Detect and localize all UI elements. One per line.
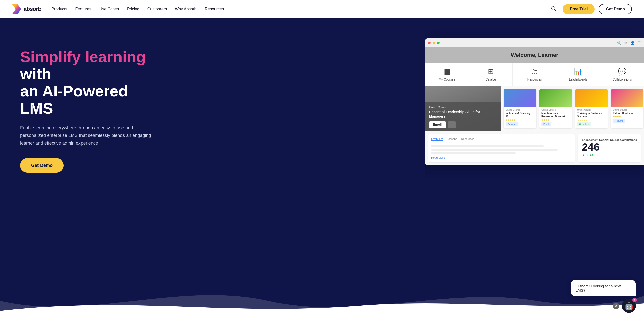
mockup-user-icon: 👤 — [630, 41, 635, 45]
mockup-course-section: Online Course Essential Leadership Skill… — [425, 86, 644, 131]
course-stars-1: ★★★★ — [541, 119, 570, 121]
nav-products[interactable]: Products — [51, 7, 67, 11]
mockup-bottom: Overview Lessons Resources Read More Eng… — [425, 131, 644, 165]
course-name-0: Inclusion & Diversity 101 — [506, 112, 534, 118]
resources-icon: 🗂 — [531, 67, 538, 76]
hero-title-white: withan AI-Powered LMS — [20, 65, 128, 117]
mockup-nav-icons: ▦ My Courses ⊞ Catalog 🗂 Resources 📊 Lea… — [425, 63, 644, 86]
featured-course-overlay: Online Course Essential Leadership Skill… — [425, 102, 501, 131]
course-name-1: Mindfulness & Preventing Burnout — [541, 112, 570, 118]
search-button[interactable] — [549, 4, 559, 14]
course-type-2: Online Course — [577, 109, 606, 111]
course-enroll-row: Enroll ⋯ — [429, 121, 497, 128]
overview-lines — [431, 145, 572, 154]
mockup-search-icon: 🔍 — [617, 41, 621, 45]
tab-overview[interactable]: Overview — [431, 137, 443, 141]
nav-right: Free Trial Get Demo — [549, 4, 632, 14]
mockup-browser: 🔍 ✉ 👤 ☰ Welcome, Learner ▦ My Courses ⊞ — [425, 38, 644, 165]
my-courses-icon: ▦ — [444, 67, 450, 76]
chat-bot-row: × 🤖 1 — [613, 299, 636, 313]
dot-red — [428, 42, 431, 44]
course-card-0: Online Course Inclusion & Diversity 101 … — [504, 89, 536, 128]
course-action-3[interactable]: Resume — [613, 119, 625, 123]
engagement-number: 246 — [582, 142, 637, 152]
hero-section: Simplify learning withan AI-Powered LMS … — [0, 0, 644, 321]
chatbot: Hi there! Looking for a new LMS? × 🤖 1 — [571, 280, 636, 313]
course-card-1: Online Course Mindfulness & Preventing B… — [539, 89, 572, 128]
overview-line-1 — [431, 145, 544, 147]
leaderboards-icon: 📊 — [574, 67, 583, 76]
nav-icon-leaderboards[interactable]: 📊 Leaderboards — [556, 63, 600, 86]
course-name-2: Thriving in Customer Success — [577, 112, 606, 118]
dot-yellow — [433, 42, 435, 44]
engagement-change: ▲ 36.4% — [582, 153, 637, 157]
dashboard-mockup: 🔍 ✉ 👤 ☰ Welcome, Learner ▦ My Courses ⊞ — [425, 18, 644, 321]
course-img-0 — [504, 89, 536, 107]
welcome-banner: Welcome, Learner — [425, 47, 644, 63]
featured-course-type: Online Course — [429, 106, 497, 109]
bot-icon: 🤖 — [625, 302, 633, 310]
overview-tabs: Overview Lessons Resources — [431, 137, 572, 143]
course-action-2[interactable]: Complete — [577, 122, 591, 126]
bot-badge: 1 — [632, 298, 637, 302]
course-img-3 — [611, 89, 643, 107]
course-type-0: Online Course — [506, 109, 534, 111]
course-action-0[interactable]: Resume — [506, 122, 518, 126]
logo-icon — [12, 4, 21, 14]
mockup-mail-icon: ✉ — [624, 41, 627, 45]
logo[interactable]: absorb — [12, 4, 41, 14]
hero-title-pink: Simplify learning — [20, 48, 146, 65]
more-button[interactable]: ⋯ — [448, 121, 456, 128]
get-demo-nav-button[interactable]: Get Demo — [599, 4, 632, 14]
course-img-2 — [575, 89, 608, 107]
nav-resources[interactable]: Resources — [205, 7, 224, 11]
course-card-3: Online Course Python Bootcamp ★★★★ Resum… — [611, 89, 643, 128]
chat-bubble: Hi there! Looking for a new LMS? — [571, 280, 636, 296]
overview-line-3 — [431, 152, 516, 154]
hero-subtitle: Enable learning everywhere through an ea… — [20, 124, 156, 147]
course-card-2: Online Course Thriving in Customer Succe… — [575, 89, 608, 128]
hero-wave — [0, 281, 644, 321]
nav-customers[interactable]: Customers — [147, 7, 167, 11]
free-trial-button[interactable]: Free Trial — [563, 4, 595, 14]
nav-why-absorb[interactable]: Why Absorb — [175, 7, 196, 11]
mockup-topbar: 🔍 ✉ 👤 ☰ — [425, 38, 644, 47]
get-demo-hero-button[interactable]: Get Demo — [20, 158, 64, 173]
tab-resources[interactable]: Resources — [461, 137, 474, 141]
nav-icon-catalog[interactable]: ⊞ Catalog — [469, 63, 513, 86]
nav-use-cases[interactable]: Use Cases — [99, 7, 119, 11]
nav-links: Products Features Use Cases Pricing Cust… — [51, 7, 224, 11]
nav-pricing[interactable]: Pricing — [127, 7, 139, 11]
course-name-3: Python Bootcamp — [613, 112, 641, 115]
nav-icon-collaborations[interactable]: 💬 Collaborations — [600, 63, 644, 86]
svg-line-1 — [555, 10, 556, 11]
course-type-1: Online Course — [541, 109, 570, 111]
course-list-scroll: Online Course Inclusion & Diversity 101 … — [501, 86, 644, 131]
course-type-3: Online Course — [613, 109, 641, 111]
course-stars-0: ★★★★★ — [506, 119, 534, 121]
course-img-1 — [539, 89, 572, 107]
read-more-link[interactable]: Read More — [431, 156, 572, 159]
featured-course: Online Course Essential Leadership Skill… — [425, 86, 501, 131]
overview-card: Overview Lessons Resources Read More — [428, 134, 575, 162]
bot-avatar[interactable]: 🤖 1 — [622, 299, 636, 313]
close-chat-button[interactable]: × — [613, 303, 619, 309]
collaborations-icon: 💬 — [618, 67, 627, 76]
hero-content: Simplify learning withan AI-Powered LMS … — [0, 18, 176, 193]
tab-lessons[interactable]: Lessons — [447, 137, 457, 141]
enroll-button[interactable]: Enroll — [429, 121, 446, 128]
nav-left: absorb Products Features Use Cases Prici… — [12, 4, 224, 14]
nav-icon-resources[interactable]: 🗂 Resources — [513, 63, 556, 86]
mockup-icons-right: 🔍 ✉ 👤 ☰ — [617, 41, 641, 45]
dot-green — [437, 42, 440, 44]
logo-text: absorb — [24, 6, 41, 12]
engagement-card: Engagement Report: Course Completions 24… — [578, 134, 641, 162]
nav-features[interactable]: Features — [75, 7, 91, 11]
search-icon — [551, 6, 557, 12]
featured-course-title: Essential Leadership Skills for Managers — [429, 110, 497, 119]
nav-icon-my-courses[interactable]: ▦ My Courses — [425, 63, 469, 86]
catalog-icon: ⊞ — [488, 67, 494, 76]
course-stars-3: ★★★★ — [613, 115, 641, 118]
hero-title: Simplify learning withan AI-Powered LMS — [20, 48, 156, 117]
course-action-1[interactable]: Enroll — [541, 122, 551, 126]
